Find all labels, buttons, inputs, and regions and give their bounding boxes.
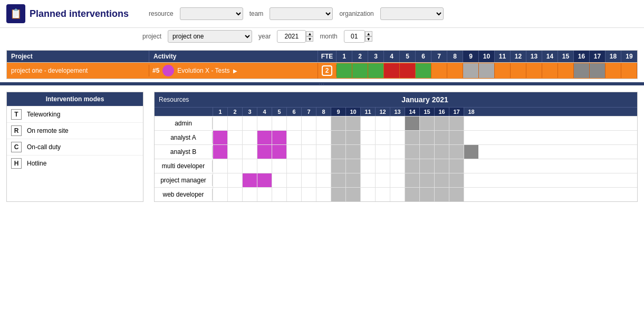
month-up-button[interactable]: ▲ bbox=[365, 31, 372, 36]
gantt-day-cell-13 bbox=[526, 63, 542, 78]
res-cell-pm-9 bbox=[331, 173, 345, 187]
res-cell-md-7 bbox=[301, 159, 316, 173]
project-select[interactable]: project one bbox=[168, 30, 252, 43]
res-cell-pm-4 bbox=[257, 173, 272, 187]
res-cell-wd-11 bbox=[360, 188, 375, 201]
organization-select[interactable] bbox=[380, 7, 444, 20]
gantt-day-8: 8 bbox=[447, 51, 463, 62]
res-day-13: 13 bbox=[390, 108, 405, 116]
year-down-button[interactable]: ▼ bbox=[306, 36, 313, 42]
month-down-button[interactable]: ▼ bbox=[365, 36, 372, 42]
res-row-admin: admin bbox=[155, 116, 637, 130]
legend-letter-C: C bbox=[11, 142, 22, 152]
res-cell-md-4 bbox=[257, 159, 272, 173]
res-cell-md-6 bbox=[286, 159, 301, 173]
res-cell-B-14 bbox=[405, 145, 419, 159]
gantt-project-cell: project one - developement bbox=[7, 65, 149, 76]
year-input[interactable] bbox=[277, 30, 306, 43]
legend-item-H: H Hotline bbox=[7, 155, 143, 171]
res-cell-pm-5 bbox=[272, 173, 286, 187]
res-day-2: 2 bbox=[227, 108, 242, 116]
year-spinner[interactable]: ▲ ▼ bbox=[306, 31, 313, 42]
legend-label-H: Hotline bbox=[27, 160, 46, 167]
gantt-day-cell-12 bbox=[511, 63, 526, 78]
res-cell-B-2 bbox=[227, 145, 242, 159]
res-cell-A-13 bbox=[390, 131, 405, 144]
res-name-analystB: analyst B bbox=[155, 146, 213, 158]
resource-select[interactable] bbox=[180, 7, 243, 20]
res-cell-A-9 bbox=[331, 131, 345, 144]
res-day-18: 18 bbox=[464, 108, 478, 116]
bottom-section: Intervention modes T Teleworking R On re… bbox=[0, 88, 644, 206]
res-cell-pm-10 bbox=[345, 173, 360, 187]
filter-row-top: resource team organization bbox=[149, 7, 444, 20]
gantt-project-header: Project bbox=[7, 51, 149, 62]
res-cell-B-8 bbox=[316, 145, 331, 159]
res-cell-wd-18 bbox=[464, 188, 478, 201]
gantt-data-row: project one - developement #5 Evolution … bbox=[7, 62, 637, 79]
fte-badge: 2 bbox=[322, 65, 333, 76]
month-input[interactable] bbox=[344, 30, 365, 43]
activity-circle-icon bbox=[162, 65, 174, 76]
res-cell-pm-6 bbox=[286, 173, 301, 187]
res-cell-md-3 bbox=[242, 159, 257, 173]
year-up-button[interactable]: ▲ bbox=[306, 31, 313, 36]
res-cell-B-7 bbox=[301, 145, 316, 159]
res-cell-A-7 bbox=[301, 131, 316, 144]
gantt-day-3: 3 bbox=[368, 51, 384, 62]
res-cell-pm-16 bbox=[434, 173, 449, 187]
team-label: team bbox=[249, 10, 264, 17]
divider-icon: ··· bbox=[319, 82, 325, 86]
res-cell-wd-17 bbox=[449, 188, 464, 201]
res-cell-wd-7 bbox=[301, 188, 316, 201]
gantt-fte-header: FTE bbox=[318, 51, 337, 62]
month-label: month bbox=[320, 33, 337, 40]
res-cell-B-4 bbox=[257, 145, 272, 159]
res-name-multidev: multi developer bbox=[155, 160, 213, 172]
activity-expand-icon[interactable]: ▶ bbox=[233, 68, 237, 74]
res-cell-md-2 bbox=[227, 159, 242, 173]
res-cell-A-14 bbox=[405, 131, 419, 144]
gantt-day-cell-16 bbox=[574, 63, 590, 78]
res-cell-B-9 bbox=[331, 145, 345, 159]
res-day-15: 15 bbox=[419, 108, 434, 116]
res-cell-A-10 bbox=[345, 131, 360, 144]
res-cell-admin-5 bbox=[272, 117, 286, 130]
res-cell-pm-7 bbox=[301, 173, 316, 187]
res-cell-wd-15 bbox=[419, 188, 434, 201]
res-cell-B-1 bbox=[213, 145, 227, 159]
res-day-5: 5 bbox=[272, 108, 286, 116]
gantt-day-9: 9 bbox=[463, 51, 479, 62]
gantt-day-cell-2 bbox=[352, 63, 368, 78]
gantt-day-11: 11 bbox=[495, 51, 511, 62]
res-cell-md-8 bbox=[316, 159, 331, 173]
res-cell-A-5 bbox=[272, 131, 286, 144]
res-cell-A-12 bbox=[375, 131, 390, 144]
gantt-day-cell-10 bbox=[479, 63, 495, 78]
year-input-group: ▲ ▼ bbox=[277, 30, 313, 43]
gantt-day-18: 18 bbox=[605, 51, 621, 62]
legend-label-R: On remote site bbox=[27, 127, 69, 134]
gantt-day-14: 14 bbox=[542, 51, 558, 62]
filter-row-bottom: project project one year ▲ ▼ month ▲ ▼ bbox=[0, 28, 644, 47]
res-day-7: 7 bbox=[301, 108, 316, 116]
team-select[interactable] bbox=[270, 7, 333, 20]
res-cell-pm-8 bbox=[316, 173, 331, 187]
res-cell-md-10 bbox=[345, 159, 360, 173]
res-cell-admin-1 bbox=[213, 117, 227, 130]
res-cell-wd-6 bbox=[286, 188, 301, 201]
gantt-day-12: 12 bbox=[511, 51, 526, 62]
gantt-day-17: 17 bbox=[590, 51, 605, 62]
gantt-day-cell-7 bbox=[431, 63, 447, 78]
month-spinner[interactable]: ▲ ▼ bbox=[365, 31, 372, 42]
legend-item-R: R On remote site bbox=[7, 122, 143, 139]
gantt-day-1: 1 bbox=[337, 51, 352, 62]
res-cell-md-15 bbox=[419, 159, 434, 173]
res-cell-B-16 bbox=[434, 145, 449, 159]
res-cell-pm-13 bbox=[390, 173, 405, 187]
gantt-day-cell-19 bbox=[621, 63, 637, 78]
section-divider[interactable]: ··· bbox=[0, 82, 644, 85]
gantt-section: Project Activity FTE 1 2 3 4 5 6 7 8 9 1… bbox=[6, 50, 638, 79]
res-day-10: 10 bbox=[345, 108, 360, 116]
res-cell-admin-8 bbox=[316, 117, 331, 130]
